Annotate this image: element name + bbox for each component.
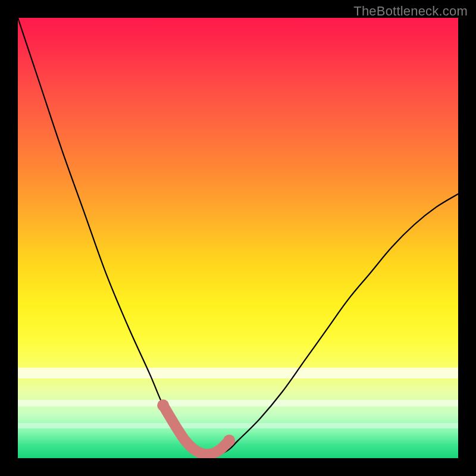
chart-svg [18,18,458,458]
highlight-endpoint-dot [157,399,169,411]
plot-area [18,18,458,458]
watermark-text: TheBottleneck.com [353,4,468,19]
chart-frame: TheBottleneck.com [0,0,476,476]
bottleneck-curve [18,18,458,454]
optimal-range-highlight [163,405,229,454]
highlight-endpoint-dot [223,434,235,446]
